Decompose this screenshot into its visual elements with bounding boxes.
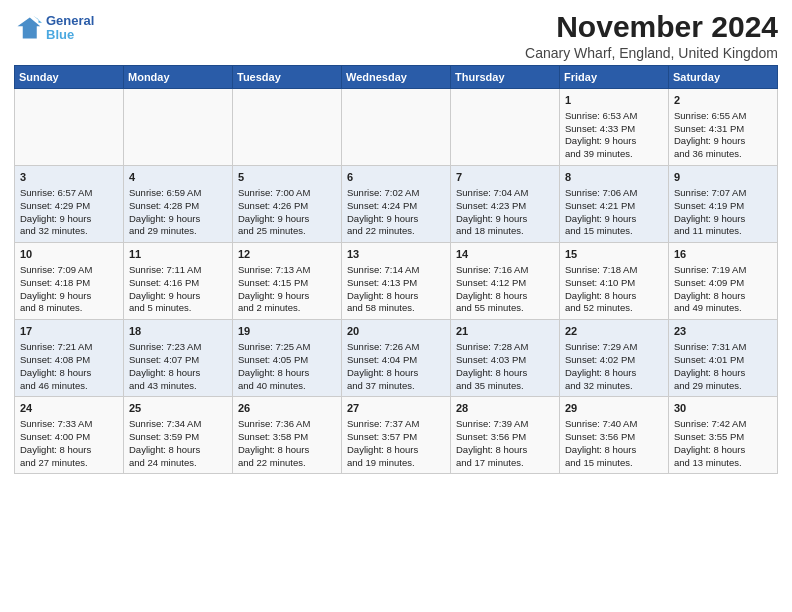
calendar-cell: 28Sunrise: 7:39 AM Sunset: 3:56 PM Dayli…	[451, 397, 560, 474]
calendar-cell	[233, 89, 342, 166]
weekday-header: Saturday	[669, 66, 778, 89]
page-container: General Blue November 2024 Canary Wharf,…	[0, 0, 792, 480]
calendar-cell: 6Sunrise: 7:02 AM Sunset: 4:24 PM Daylig…	[342, 166, 451, 243]
calendar-cell: 17Sunrise: 7:21 AM Sunset: 4:08 PM Dayli…	[15, 320, 124, 397]
weekday-header: Sunday	[15, 66, 124, 89]
calendar-cell: 2Sunrise: 6:55 AM Sunset: 4:31 PM Daylig…	[669, 89, 778, 166]
location: Canary Wharf, England, United Kingdom	[525, 45, 778, 61]
day-info: Sunrise: 7:39 AM Sunset: 3:56 PM Dayligh…	[456, 418, 528, 467]
weekday-header: Friday	[560, 66, 669, 89]
day-number: 11	[129, 247, 227, 262]
day-number: 18	[129, 324, 227, 339]
weekday-header: Thursday	[451, 66, 560, 89]
logo: General Blue	[14, 14, 94, 43]
day-number: 19	[238, 324, 336, 339]
weekday-header-row: SundayMondayTuesdayWednesdayThursdayFrid…	[15, 66, 778, 89]
day-info: Sunrise: 6:55 AM Sunset: 4:31 PM Dayligh…	[674, 110, 746, 159]
month-title: November 2024	[525, 10, 778, 43]
calendar-cell	[451, 89, 560, 166]
day-info: Sunrise: 7:00 AM Sunset: 4:26 PM Dayligh…	[238, 187, 310, 236]
calendar-week-row: 1Sunrise: 6:53 AM Sunset: 4:33 PM Daylig…	[15, 89, 778, 166]
calendar-cell: 4Sunrise: 6:59 AM Sunset: 4:28 PM Daylig…	[124, 166, 233, 243]
day-info: Sunrise: 7:36 AM Sunset: 3:58 PM Dayligh…	[238, 418, 310, 467]
calendar-cell: 5Sunrise: 7:00 AM Sunset: 4:26 PM Daylig…	[233, 166, 342, 243]
calendar-cell: 18Sunrise: 7:23 AM Sunset: 4:07 PM Dayli…	[124, 320, 233, 397]
logo-icon	[14, 14, 42, 42]
day-number: 29	[565, 401, 663, 416]
calendar-cell: 29Sunrise: 7:40 AM Sunset: 3:56 PM Dayli…	[560, 397, 669, 474]
day-number: 9	[674, 170, 772, 185]
day-number: 28	[456, 401, 554, 416]
day-info: Sunrise: 7:29 AM Sunset: 4:02 PM Dayligh…	[565, 341, 637, 390]
calendar-cell: 24Sunrise: 7:33 AM Sunset: 4:00 PM Dayli…	[15, 397, 124, 474]
calendar-cell: 23Sunrise: 7:31 AM Sunset: 4:01 PM Dayli…	[669, 320, 778, 397]
day-number: 30	[674, 401, 772, 416]
day-number: 21	[456, 324, 554, 339]
day-number: 2	[674, 93, 772, 108]
calendar-cell: 19Sunrise: 7:25 AM Sunset: 4:05 PM Dayli…	[233, 320, 342, 397]
calendar-cell: 10Sunrise: 7:09 AM Sunset: 4:18 PM Dayli…	[15, 243, 124, 320]
day-info: Sunrise: 7:02 AM Sunset: 4:24 PM Dayligh…	[347, 187, 419, 236]
calendar-cell: 27Sunrise: 7:37 AM Sunset: 3:57 PM Dayli…	[342, 397, 451, 474]
calendar-week-row: 10Sunrise: 7:09 AM Sunset: 4:18 PM Dayli…	[15, 243, 778, 320]
day-info: Sunrise: 7:40 AM Sunset: 3:56 PM Dayligh…	[565, 418, 637, 467]
calendar-cell: 14Sunrise: 7:16 AM Sunset: 4:12 PM Dayli…	[451, 243, 560, 320]
day-number: 23	[674, 324, 772, 339]
day-info: Sunrise: 7:21 AM Sunset: 4:08 PM Dayligh…	[20, 341, 92, 390]
day-number: 8	[565, 170, 663, 185]
calendar-cell: 11Sunrise: 7:11 AM Sunset: 4:16 PM Dayli…	[124, 243, 233, 320]
calendar-cell: 3Sunrise: 6:57 AM Sunset: 4:29 PM Daylig…	[15, 166, 124, 243]
calendar-cell	[342, 89, 451, 166]
calendar-cell: 12Sunrise: 7:13 AM Sunset: 4:15 PM Dayli…	[233, 243, 342, 320]
day-info: Sunrise: 7:04 AM Sunset: 4:23 PM Dayligh…	[456, 187, 528, 236]
day-number: 7	[456, 170, 554, 185]
weekday-header: Wednesday	[342, 66, 451, 89]
day-info: Sunrise: 7:23 AM Sunset: 4:07 PM Dayligh…	[129, 341, 201, 390]
calendar-cell: 1Sunrise: 6:53 AM Sunset: 4:33 PM Daylig…	[560, 89, 669, 166]
day-number: 10	[20, 247, 118, 262]
calendar-cell: 13Sunrise: 7:14 AM Sunset: 4:13 PM Dayli…	[342, 243, 451, 320]
day-info: Sunrise: 7:14 AM Sunset: 4:13 PM Dayligh…	[347, 264, 419, 313]
day-info: Sunrise: 7:11 AM Sunset: 4:16 PM Dayligh…	[129, 264, 201, 313]
day-info: Sunrise: 6:57 AM Sunset: 4:29 PM Dayligh…	[20, 187, 92, 236]
calendar-cell: 21Sunrise: 7:28 AM Sunset: 4:03 PM Dayli…	[451, 320, 560, 397]
calendar-cell	[124, 89, 233, 166]
calendar-week-row: 24Sunrise: 7:33 AM Sunset: 4:00 PM Dayli…	[15, 397, 778, 474]
day-info: Sunrise: 6:59 AM Sunset: 4:28 PM Dayligh…	[129, 187, 201, 236]
calendar-cell: 22Sunrise: 7:29 AM Sunset: 4:02 PM Dayli…	[560, 320, 669, 397]
calendar-cell: 9Sunrise: 7:07 AM Sunset: 4:19 PM Daylig…	[669, 166, 778, 243]
day-number: 20	[347, 324, 445, 339]
day-info: Sunrise: 7:07 AM Sunset: 4:19 PM Dayligh…	[674, 187, 746, 236]
day-number: 1	[565, 93, 663, 108]
day-info: Sunrise: 7:18 AM Sunset: 4:10 PM Dayligh…	[565, 264, 637, 313]
calendar-cell: 7Sunrise: 7:04 AM Sunset: 4:23 PM Daylig…	[451, 166, 560, 243]
calendar-cell: 25Sunrise: 7:34 AM Sunset: 3:59 PM Dayli…	[124, 397, 233, 474]
day-number: 16	[674, 247, 772, 262]
day-info: Sunrise: 6:53 AM Sunset: 4:33 PM Dayligh…	[565, 110, 637, 159]
day-number: 26	[238, 401, 336, 416]
day-number: 3	[20, 170, 118, 185]
day-info: Sunrise: 7:31 AM Sunset: 4:01 PM Dayligh…	[674, 341, 746, 390]
day-info: Sunrise: 7:16 AM Sunset: 4:12 PM Dayligh…	[456, 264, 528, 313]
day-info: Sunrise: 7:25 AM Sunset: 4:05 PM Dayligh…	[238, 341, 310, 390]
calendar-week-row: 17Sunrise: 7:21 AM Sunset: 4:08 PM Dayli…	[15, 320, 778, 397]
day-number: 17	[20, 324, 118, 339]
day-number: 15	[565, 247, 663, 262]
day-info: Sunrise: 7:33 AM Sunset: 4:00 PM Dayligh…	[20, 418, 92, 467]
logo-text: General Blue	[46, 14, 94, 43]
day-info: Sunrise: 7:37 AM Sunset: 3:57 PM Dayligh…	[347, 418, 419, 467]
day-number: 24	[20, 401, 118, 416]
day-number: 5	[238, 170, 336, 185]
day-info: Sunrise: 7:26 AM Sunset: 4:04 PM Dayligh…	[347, 341, 419, 390]
day-number: 22	[565, 324, 663, 339]
day-info: Sunrise: 7:06 AM Sunset: 4:21 PM Dayligh…	[565, 187, 637, 236]
calendar-table: SundayMondayTuesdayWednesdayThursdayFrid…	[14, 65, 778, 474]
day-number: 27	[347, 401, 445, 416]
weekday-header: Monday	[124, 66, 233, 89]
day-info: Sunrise: 7:09 AM Sunset: 4:18 PM Dayligh…	[20, 264, 92, 313]
calendar-week-row: 3Sunrise: 6:57 AM Sunset: 4:29 PM Daylig…	[15, 166, 778, 243]
day-info: Sunrise: 7:28 AM Sunset: 4:03 PM Dayligh…	[456, 341, 528, 390]
day-info: Sunrise: 7:13 AM Sunset: 4:15 PM Dayligh…	[238, 264, 310, 313]
calendar-cell: 16Sunrise: 7:19 AM Sunset: 4:09 PM Dayli…	[669, 243, 778, 320]
day-number: 6	[347, 170, 445, 185]
